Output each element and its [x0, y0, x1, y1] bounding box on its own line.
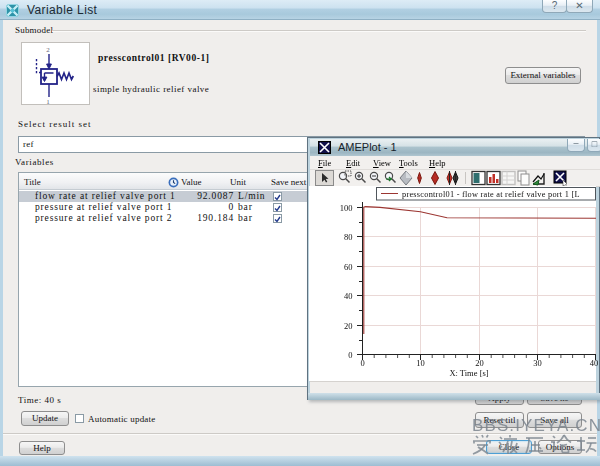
svg-text:0: 0	[348, 350, 352, 360]
svg-text:presscontrol01 - flow rate at: presscontrol01 - flow rate at relief val…	[402, 190, 580, 199]
svg-text:0: 0	[360, 358, 364, 368]
svg-text:30: 30	[533, 358, 542, 368]
svg-text:40: 40	[590, 358, 599, 368]
svg-text:20: 20	[344, 321, 353, 331]
svg-text:10: 10	[416, 358, 425, 368]
svg-text:X: Time [s]: X: Time [s]	[449, 368, 488, 378]
svg-text:2: 2	[46, 46, 50, 54]
svg-text:100: 100	[340, 203, 353, 213]
svg-text:80: 80	[344, 232, 353, 242]
svg-text:40: 40	[344, 291, 353, 301]
svg-text:1: 1	[46, 98, 50, 104]
svg-text:60: 60	[344, 262, 353, 272]
svg-text:20: 20	[475, 358, 484, 368]
